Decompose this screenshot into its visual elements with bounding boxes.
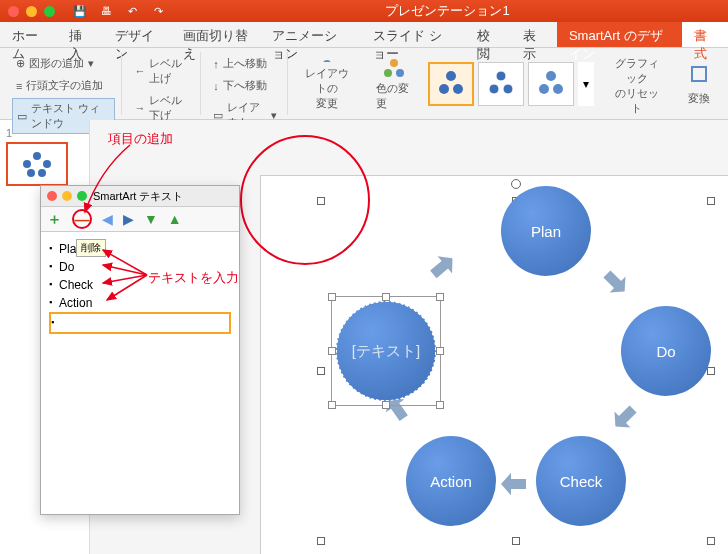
add-shape-button[interactable]: ⊕ 図形の追加 ▾ (12, 54, 115, 73)
print-icon[interactable]: 🖶 (97, 2, 115, 20)
textpane-minimize-icon[interactable] (62, 191, 72, 201)
smartart-style-1[interactable] (428, 62, 474, 106)
tab-review[interactable]: 校閲 (465, 22, 511, 47)
svg-point-10 (489, 84, 499, 94)
change-layout-button[interactable]: レイアウトの 変更 (290, 52, 364, 115)
smartart-text-pane[interactable]: SmartArt テキスト ＋ — ◀ ▶ ▼ ▲ Plan Do Check … (40, 185, 240, 515)
cycle-arrow-5 (420, 247, 462, 289)
smartart-selection[interactable]: Plan Do Check Action [テキスト] (321, 201, 711, 541)
quick-access-toolbar: 💾 🖶 ↶ ↷ (63, 2, 167, 20)
node-handle-lm[interactable] (328, 347, 336, 355)
textpane-moveup-icon[interactable]: ▲ (168, 211, 182, 227)
smartart-styles-gallery: ▾ (424, 52, 598, 115)
tab-home[interactable]: ホーム (0, 22, 57, 47)
svg-point-21 (38, 169, 46, 177)
svg-point-22 (27, 169, 35, 177)
cycle-arrow-2 (605, 395, 647, 437)
svg-point-9 (496, 71, 506, 81)
document-title: プレゼンテーション1 (167, 2, 728, 20)
rotate-handle[interactable] (511, 179, 521, 189)
styles-more-button[interactable]: ▾ (578, 62, 594, 106)
reset-graphic-button[interactable]: グラフィック のリセット (600, 52, 674, 115)
text-pane-toolbar: ＋ — ◀ ▶ ▼ ▲ (41, 206, 239, 232)
tab-view[interactable]: 表示 (511, 22, 557, 47)
ribbon-group-create: ⊕ 図形の追加 ▾ ≡ 行頭文字の追加 ▭ テキスト ウィンドウ (6, 52, 122, 115)
resize-handle-br[interactable] (707, 537, 715, 545)
window-controls (0, 6, 63, 17)
cycle-arrow-1 (593, 260, 635, 302)
minimize-window-icon[interactable] (26, 6, 37, 17)
resize-handle-bl[interactable] (317, 537, 325, 545)
slide-thumbnail-1[interactable] (6, 142, 68, 186)
promote-button[interactable]: ← レベル上げ (130, 54, 194, 88)
svg-rect-18 (692, 67, 706, 81)
svg-point-8 (453, 84, 463, 94)
convert-icon (686, 61, 712, 87)
add-bullet-button[interactable]: ≡ 行頭文字の追加 (12, 76, 115, 95)
title-bar: 💾 🖶 ↶ ↷ プレゼンテーション1 (0, 0, 728, 22)
svg-point-14 (553, 84, 563, 94)
node-handle-bl[interactable] (328, 401, 336, 409)
tab-smartart-design[interactable]: SmartArt のデザイン (557, 22, 682, 47)
smartart-style-2[interactable] (478, 62, 524, 106)
tab-slideshow[interactable]: スライド ショー (361, 22, 465, 47)
save-icon[interactable]: 💾 (71, 2, 89, 20)
tab-transitions[interactable]: 画面切り替え (171, 22, 261, 47)
svg-point-6 (446, 71, 456, 81)
svg-point-0 (323, 60, 331, 62)
change-colors-button[interactable]: 色の変更 (366, 52, 422, 115)
layout-icon (314, 56, 340, 62)
resize-handle-tr[interactable] (707, 197, 715, 205)
annotation-circle-placeholder (240, 135, 370, 265)
placeholder-selection[interactable] (331, 296, 441, 406)
annotation-arrow-add (80, 140, 140, 220)
text-item-active[interactable] (49, 312, 231, 334)
node-handle-tr[interactable] (436, 293, 444, 301)
textpane-add-button[interactable]: ＋ (47, 210, 62, 229)
ribbon-group-level: ← レベル上げ → レベル下げ ⇄ 右から左 (124, 52, 201, 115)
smartart-node-action[interactable]: Action (406, 436, 496, 526)
text-pane-titlebar: SmartArt テキスト (41, 186, 239, 206)
svg-point-11 (503, 84, 513, 94)
close-window-icon[interactable] (8, 6, 19, 17)
node-handle-br[interactable] (436, 401, 444, 409)
svg-point-7 (439, 84, 449, 94)
tab-format[interactable]: 書式 (682, 22, 728, 47)
tab-design[interactable]: デザイン (103, 22, 171, 47)
ribbon-group-move: ↑ 上へ移動 ↓ 下へ移動 ▭ レイアウト ▾ (203, 52, 287, 115)
svg-point-12 (546, 71, 556, 81)
convert-button[interactable]: 変換 (676, 52, 722, 115)
smartart-node-do[interactable]: Do (621, 306, 711, 396)
cycle-arrow-3 (501, 469, 531, 499)
node-handle-bm[interactable] (382, 401, 390, 409)
textpane-close-icon[interactable] (47, 191, 57, 201)
annotation-add-item: 項目の追加 (108, 130, 173, 148)
svg-point-20 (43, 160, 51, 168)
svg-point-19 (33, 152, 41, 160)
textpane-movedown-icon[interactable]: ▼ (144, 211, 158, 227)
move-down-button[interactable]: ↓ 下へ移動 (209, 76, 280, 95)
maximize-window-icon[interactable] (44, 6, 55, 17)
svg-point-3 (390, 59, 398, 67)
resize-handle-rm[interactable] (707, 367, 715, 375)
ribbon-tabs: ホーム 挿入 デザイン 画面切り替え アニメーション スライド ショー 校閲 表… (0, 22, 728, 48)
svg-point-23 (23, 160, 31, 168)
node-handle-tl[interactable] (328, 293, 336, 301)
tab-animations[interactable]: アニメーション (260, 22, 361, 47)
move-up-button[interactable]: ↑ 上へ移動 (209, 54, 280, 73)
resize-handle-lm[interactable] (317, 367, 325, 375)
ribbon-toolbar: ⊕ 図形の追加 ▾ ≡ 行頭文字の追加 ▭ テキスト ウィンドウ ← レベル上げ… (0, 48, 728, 120)
svg-point-4 (384, 69, 392, 77)
node-handle-rm[interactable] (436, 347, 444, 355)
undo-icon[interactable]: ↶ (123, 2, 141, 20)
smartart-node-check[interactable]: Check (536, 436, 626, 526)
tab-insert[interactable]: 挿入 (57, 22, 103, 47)
svg-point-5 (396, 69, 404, 77)
annotation-enter-text: テキストを入力 (148, 269, 239, 287)
smartart-style-3[interactable] (528, 62, 574, 106)
resize-handle-bm[interactable] (512, 537, 520, 545)
smartart-node-plan[interactable]: Plan (501, 186, 591, 276)
node-handle-tm[interactable] (382, 293, 390, 301)
thumbnail-preview-icon (20, 150, 54, 178)
redo-icon[interactable]: ↷ (149, 2, 167, 20)
